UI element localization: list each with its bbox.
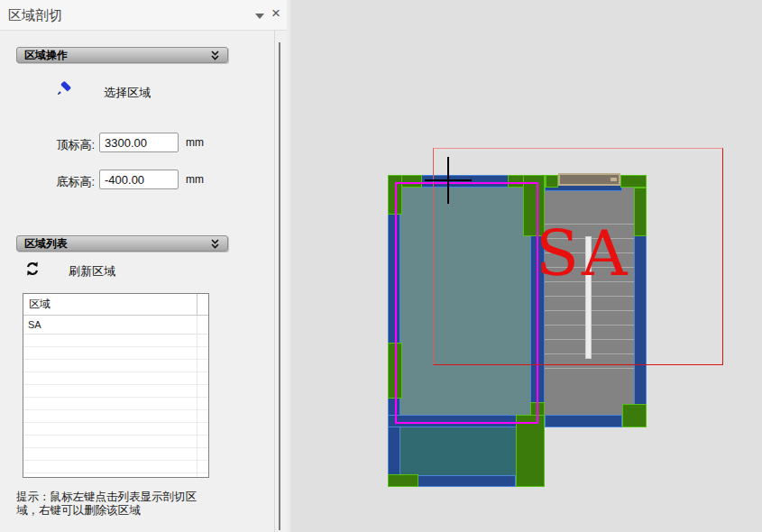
region-label: SA bbox=[536, 222, 630, 285]
select-region-button[interactable] bbox=[54, 80, 72, 98]
drawing-canvas[interactable]: SA bbox=[290, 0, 762, 532]
top-elevation-unit: mm bbox=[186, 136, 204, 149]
column bbox=[622, 404, 647, 427]
list-row-empty bbox=[23, 385, 208, 398]
stair-step-line bbox=[545, 368, 634, 369]
bottom-elevation-label: 底标高: bbox=[44, 174, 95, 190]
section-header-region-operation[interactable]: 区域操作 bbox=[16, 47, 228, 63]
list-row-empty bbox=[23, 448, 208, 461]
room-fill-lower bbox=[400, 427, 516, 475]
refresh-region-button[interactable] bbox=[24, 261, 41, 277]
list-row-empty bbox=[23, 360, 208, 372]
list-column-header: 区域 bbox=[23, 294, 208, 316]
region-section-panel: 区域剖切 × 区域操作 选择区域 顶标高: mm 底标高: mm 区域列表 bbox=[0, 0, 290, 532]
top-elevation-label: 顶标高: bbox=[44, 137, 95, 153]
header-column-divider bbox=[197, 294, 197, 315]
column bbox=[516, 415, 545, 487]
section-title: 区域操作 bbox=[24, 49, 68, 61]
bottom-elevation-unit: mm bbox=[186, 173, 204, 186]
section-title: 区域列表 bbox=[24, 237, 68, 250]
region-list[interactable]: 区域 SA bbox=[23, 293, 209, 478]
panel-titlebar: 区域剖切 bbox=[0, 0, 290, 31]
hint-line-2: 域，右键可以删除该区域 bbox=[16, 504, 256, 518]
list-item-sa[interactable]: SA bbox=[23, 316, 208, 335]
panel-title: 区域剖切 bbox=[8, 7, 62, 24]
panel-close-icon[interactable]: × bbox=[271, 5, 280, 23]
column bbox=[388, 474, 418, 487]
list-row-empty bbox=[23, 461, 208, 473]
list-row-empty bbox=[23, 335, 208, 347]
top-elevation-input[interactable] bbox=[99, 133, 179, 152]
panel-scrollbar[interactable] bbox=[279, 42, 280, 530]
refresh-icon bbox=[24, 261, 41, 277]
collapse-chevrons-icon bbox=[210, 239, 220, 250]
select-region-label[interactable]: 选择区域 bbox=[104, 85, 151, 101]
pencil-icon bbox=[54, 80, 72, 98]
list-row-empty bbox=[23, 423, 208, 436]
list-row-empty bbox=[23, 398, 208, 410]
list-column-header-label: 区域 bbox=[29, 298, 50, 310]
hint-line-1: 提示：鼠标左键点击列表显示剖切区 bbox=[16, 491, 256, 504]
refresh-region-label[interactable]: 刷新区域 bbox=[69, 263, 115, 280]
section-header-region-list[interactable]: 区域列表 bbox=[16, 235, 228, 252]
bottom-elevation-input[interactable] bbox=[99, 170, 179, 189]
panel-menu-caret-icon[interactable] bbox=[255, 14, 264, 19]
hint-text: 提示：鼠标左键点击列表显示剖切区 域，右键可以删除该区域 bbox=[16, 491, 256, 518]
panel-divider bbox=[274, 30, 275, 532]
list-row-empty bbox=[23, 436, 208, 448]
collapse-chevrons-icon bbox=[210, 50, 220, 61]
crosshair-cursor-horizontal bbox=[425, 179, 472, 181]
list-column-divider bbox=[197, 294, 197, 477]
list-row-empty bbox=[23, 347, 208, 360]
list-row-empty bbox=[23, 372, 208, 385]
list-row-empty bbox=[23, 410, 208, 423]
wall-bottom-stair bbox=[545, 415, 622, 427]
